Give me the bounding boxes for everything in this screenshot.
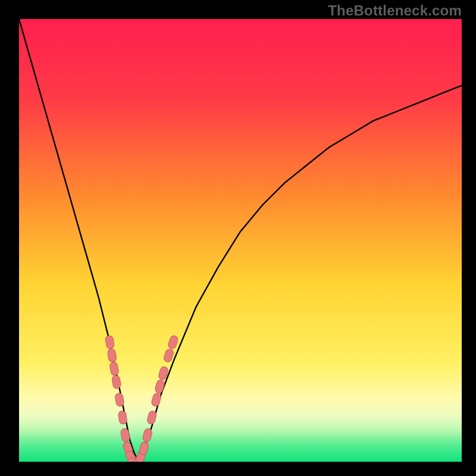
curve-marker (120, 428, 130, 442)
curve-marker (118, 411, 127, 425)
curve-marker (111, 375, 121, 389)
curve-marker (115, 393, 125, 407)
bottleneck-curve (19, 19, 462, 462)
curve-marker (109, 362, 119, 376)
curve-marker (142, 428, 153, 442)
curve-marker (139, 441, 149, 456)
curve-marker (151, 393, 162, 408)
chart-frame: TheBottleneck.com (0, 0, 476, 476)
curve-marker (105, 335, 114, 349)
curve-marker (154, 379, 165, 394)
curve-marker (146, 410, 157, 424)
watermark-text: TheBottleneck.com (328, 2, 462, 19)
curve-marker (107, 349, 117, 363)
chart-plot-area (19, 19, 462, 462)
curve-marker (167, 335, 178, 350)
curve-markers (105, 335, 178, 462)
curve-marker (163, 348, 174, 363)
